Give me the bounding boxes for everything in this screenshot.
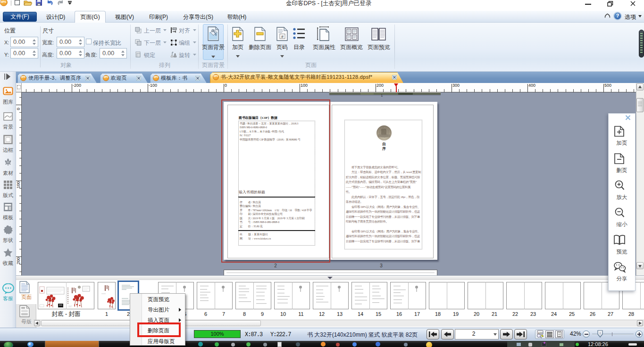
svg-text:#: # bbox=[281, 34, 284, 39]
